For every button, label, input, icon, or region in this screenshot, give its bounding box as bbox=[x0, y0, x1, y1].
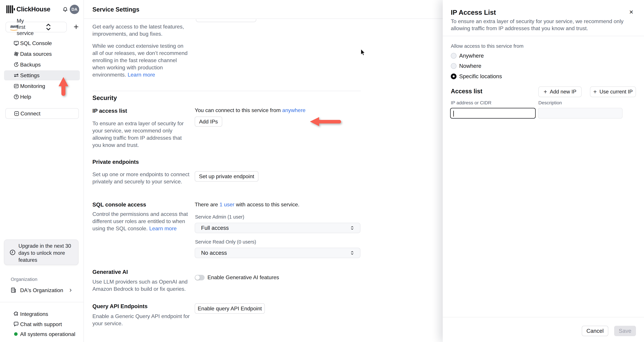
anywhere-link[interactable]: anywhere bbox=[282, 107, 306, 113]
sidebar-item-backups[interactable]: Backups bbox=[4, 60, 80, 70]
learn-more-link[interactable]: Learn more bbox=[128, 72, 155, 78]
sidebar-item-label: Monitoring bbox=[20, 83, 45, 89]
status-label: All systems operational bbox=[20, 331, 75, 337]
chat-bubble-icon bbox=[13, 321, 19, 327]
connect-label: Connect bbox=[20, 111, 40, 117]
use-current-ip-button[interactable]: +Use current IP bbox=[590, 86, 636, 97]
ip-access-list-title: IP access list bbox=[92, 108, 127, 114]
generative-ai-title: Generative AI bbox=[92, 269, 128, 275]
aws-logo-icon: aws bbox=[9, 24, 14, 30]
security-section-title: Security bbox=[92, 94, 117, 102]
cancel-button[interactable]: Cancel bbox=[582, 326, 608, 336]
service-admin-label: Service Admin (1 user) bbox=[195, 214, 244, 220]
system-status-row[interactable]: All systems operational bbox=[4, 329, 80, 339]
drawer-footer-divider bbox=[443, 317, 644, 317]
release-channel-select-cutoff[interactable] bbox=[196, 19, 256, 22]
data-sources-icon bbox=[14, 51, 19, 57]
organization-section-label: Organization bbox=[11, 277, 38, 282]
sidebar-item-data-sources[interactable]: Data sources bbox=[4, 49, 80, 59]
sql-access-desc: Control the permissions and access that … bbox=[92, 210, 200, 232]
sql-console-access-title: SQL console access bbox=[92, 201, 146, 208]
service-readonly-select[interactable]: No access bbox=[195, 248, 360, 258]
save-button[interactable]: Save bbox=[614, 326, 636, 336]
upgrade-notice-text: Upgrade in the next 30 days to unlock mo… bbox=[18, 242, 76, 264]
integrations-puzzle-icon bbox=[13, 311, 19, 317]
sidebar-item-label: Chat with support bbox=[20, 321, 62, 328]
sidebar-item-integrations[interactable]: Integrations bbox=[4, 309, 80, 319]
radio-nowhere[interactable]: Nowhere bbox=[451, 63, 481, 69]
service-selector[interactable]: aws My first service bbox=[6, 22, 67, 32]
help-icon bbox=[14, 94, 19, 100]
sidebar-item-monitoring[interactable]: Monitoring bbox=[4, 81, 80, 91]
sidebar-item-sql-console[interactable]: SQL Console bbox=[4, 38, 80, 48]
plus-icon: + bbox=[544, 88, 547, 95]
upgrade-notice-card[interactable]: Upgrade in the next 30 days to unlock mo… bbox=[4, 239, 78, 265]
settings-sliders-icon bbox=[14, 73, 19, 78]
section-divider bbox=[92, 91, 361, 91]
learn-more-link-2[interactable]: Learn more bbox=[149, 225, 177, 231]
enable-query-api-button[interactable]: Enable query API Endpoint bbox=[195, 303, 265, 314]
radio-specific-locations[interactable]: Specific locations bbox=[451, 73, 502, 80]
description-label: Description bbox=[538, 100, 562, 106]
clock-icon bbox=[10, 249, 16, 256]
radio-unchecked-icon bbox=[451, 53, 456, 59]
organization-row[interactable]: DA's Organization › bbox=[4, 285, 80, 295]
sidebar-item-chat-support[interactable]: Chat with support bbox=[4, 319, 80, 329]
service-readonly-label: Service Read Only (0 users) bbox=[195, 239, 256, 245]
user-avatar[interactable]: DA bbox=[70, 5, 79, 14]
organization-name: DA's Organization bbox=[20, 287, 63, 293]
status-green-dot bbox=[14, 332, 18, 336]
sidebar-item-label: Backups bbox=[20, 62, 41, 68]
close-icon[interactable]: × bbox=[627, 8, 635, 16]
sidebar-divider bbox=[0, 302, 84, 302]
service-selector-label: My first service bbox=[17, 18, 34, 36]
brand-title: ClickHouse bbox=[16, 6, 50, 13]
mouse-cursor-icon bbox=[360, 49, 368, 58]
ip-address-label: IP address or CIDR bbox=[451, 100, 492, 106]
sidebar-item-help[interactable]: Help bbox=[4, 92, 80, 102]
one-user-link[interactable]: 1 user bbox=[220, 201, 234, 207]
drawer-divider bbox=[443, 36, 644, 36]
plus-icon: + bbox=[593, 88, 597, 95]
connect-button[interactable]: Connect bbox=[5, 108, 79, 119]
sidebar-item-label: Data sources bbox=[20, 51, 52, 57]
description-input[interactable] bbox=[538, 108, 622, 119]
annotation-arrow-left bbox=[310, 117, 341, 126]
ip-address-input[interactable] bbox=[450, 108, 536, 119]
chevron-updown-icon bbox=[350, 250, 354, 256]
sidebar-item-label: Integrations bbox=[20, 311, 48, 317]
sidebar-item-label: SQL Console bbox=[20, 40, 52, 46]
drawer-title: IP Access List bbox=[451, 9, 496, 16]
private-endpoints-title: Private endpoints bbox=[92, 159, 139, 165]
drawer-desc: To ensure an extra layer of security for… bbox=[451, 18, 637, 32]
private-endpoints-desc: Set up one or more endpoints to connect … bbox=[92, 171, 203, 185]
page-title: Service Settings bbox=[92, 6, 139, 13]
sidebar-item-label: Settings bbox=[20, 72, 40, 79]
chevron-right-icon: › bbox=[70, 286, 72, 294]
text-caret bbox=[453, 111, 454, 117]
add-new-ip-button[interactable]: +Add new IP bbox=[538, 86, 582, 97]
generative-ai-desc: Use LLM providers such as OpenAI and Ama… bbox=[92, 278, 200, 293]
add-ips-button[interactable]: Add IPs bbox=[195, 117, 222, 127]
query-api-desc: Enable a Generic Query API endpoint for … bbox=[92, 313, 200, 327]
chevron-updown-icon bbox=[34, 22, 63, 32]
notifications-bell-icon[interactable] bbox=[62, 6, 68, 13]
generative-ai-toggle-label: Enable Generative AI features bbox=[208, 274, 279, 281]
backups-icon bbox=[14, 62, 19, 67]
service-admin-select[interactable]: Full access bbox=[195, 223, 360, 233]
ip-access-status: You can connect to this service fromanyw… bbox=[195, 107, 306, 113]
radio-checked-icon bbox=[451, 74, 456, 79]
query-api-title: Query API Endpoints bbox=[92, 303, 148, 310]
sql-access-status: There are1 userwith access to this servi… bbox=[195, 201, 299, 208]
setup-private-endpoint-button[interactable]: Set up private endpoint bbox=[195, 171, 258, 181]
radio-anywhere[interactable]: Anywhere bbox=[451, 52, 484, 59]
clickhouse-logo-icon bbox=[6, 5, 15, 13]
sidebar-item-settings[interactable]: Settings bbox=[4, 70, 80, 80]
connect-icon bbox=[14, 111, 20, 116]
release-note-paragraph-2: While we conduct extensive testing on al… bbox=[92, 42, 203, 78]
radio-unchecked-icon bbox=[451, 63, 456, 69]
ip-access-desc: To ensure an extra layer of security for… bbox=[92, 120, 196, 149]
monitoring-icon bbox=[14, 83, 19, 89]
ip-access-list-drawer: IP Access List × To ensure an extra laye… bbox=[443, 0, 644, 342]
add-service-button[interactable]: + bbox=[72, 22, 80, 31]
